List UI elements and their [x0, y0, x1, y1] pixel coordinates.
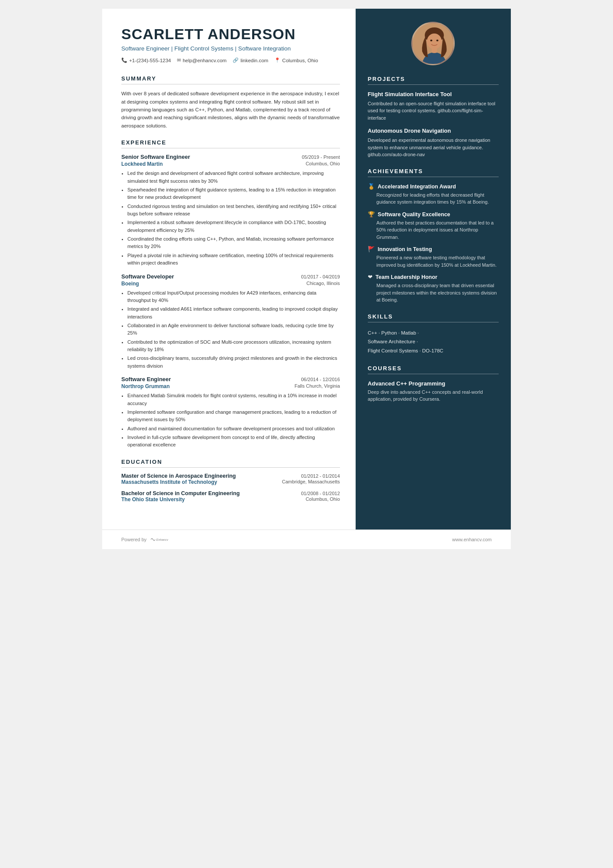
skills-line-1: C++ · Python · Matlab ·: [368, 330, 419, 335]
profile-photo: [411, 22, 455, 65]
skills-text: C++ · Python · Matlab · Software Archite…: [368, 328, 499, 355]
job-date-3: 06/2014 - 12/2016: [301, 377, 340, 382]
footer-logo: Powered by Enhancv: [121, 535, 175, 544]
bullet-1-6: Played a pivotal role in achieving softw…: [127, 252, 340, 267]
job-bullets-1: Led the design and development of advanc…: [121, 170, 340, 267]
bullet-1-5: Coordinated the coding efforts using C++…: [127, 235, 340, 251]
course-item-1: Advanced C++ Programming Deep dive into …: [368, 380, 499, 403]
skills-title: SKILLS: [368, 313, 499, 322]
achievement-desc-1: Recognized for leading efforts that decr…: [368, 191, 499, 206]
job-location-2: Chicago, Illinois: [306, 281, 340, 287]
skills-line-2: Software Architecture ·: [368, 339, 418, 344]
project-title-1: Flight Simulation Interface Tool: [368, 91, 499, 98]
link-icon: 🔗: [233, 57, 239, 63]
bullet-3-4: Involved in full-cycle software developm…: [127, 434, 340, 449]
job-title-2: Software Developer: [121, 273, 174, 280]
summary-section: SUMMARY With over 8 years of dedicated s…: [121, 75, 340, 130]
education-section: EDUCATION Master of Science in Aerospace…: [121, 459, 340, 503]
job-title: Software Engineer | Flight Control Syste…: [121, 45, 340, 53]
email-item: ✉ help@enhancv.com: [177, 57, 227, 63]
svg-text:Enhancv: Enhancv: [157, 538, 169, 541]
right-column: PROJECTS Flight Simulation Interface Too…: [356, 9, 511, 530]
location-item: 📍 Columbus, Ohio: [274, 57, 318, 63]
achievement-desc-4: Managed a cross-disciplinary team that d…: [368, 282, 499, 304]
phone-item: 📞 +1-(234)-555-1234: [121, 57, 171, 63]
powered-by-text: Powered by: [121, 537, 147, 542]
courses-section: COURSES Advanced C++ Programming Deep di…: [368, 365, 499, 403]
bullet-1-4: Implemented a robust software developmen…: [127, 219, 340, 234]
achievement-title-3: Innovation in Testing: [378, 246, 432, 252]
achievement-icon-1: 🏅: [368, 183, 375, 190]
phone-icon: 📞: [121, 57, 127, 63]
job-bullets-3: Enhanced Matlab Simulink models for flig…: [121, 392, 340, 449]
edu-location-2: Columbus, Ohio: [306, 496, 340, 503]
bullet-2-1: Developed critical Input/Output processi…: [127, 289, 340, 305]
location-icon: 📍: [274, 57, 280, 63]
photo-container: [368, 22, 499, 65]
achievement-3: 🚩 Innovation in Testing Pioneered a new …: [368, 246, 499, 268]
project-desc-2: Developed an experimental autonomous dro…: [368, 137, 499, 158]
bullet-2-3: Collaborated in an Agile environment to …: [127, 322, 340, 337]
summary-title: SUMMARY: [121, 75, 340, 84]
projects-section: PROJECTS Flight Simulation Interface Too…: [368, 76, 499, 158]
achievement-icon-4: ❤: [368, 274, 373, 281]
achievement-2: 🏆 Software Quality Excellence Authored t…: [368, 211, 499, 241]
full-name: SCARLETT ANDERSON: [121, 26, 340, 42]
edu-degree-2: Bachelor of Science in Computer Engineer…: [121, 490, 240, 496]
job-entry-1: Senior Software Engineer 05/2019 - Prese…: [121, 154, 340, 267]
svg-point-5: [436, 40, 439, 41]
bullet-2-2: Integrated and validated A661 interface …: [127, 305, 340, 321]
job-company-1: Lockheed Martin: [121, 161, 163, 167]
edu-school-1: Massachusetts Institute of Technology: [121, 479, 217, 485]
achievement-icon-3: 🚩: [368, 246, 375, 253]
achievement-title-2: Software Quality Excellence: [378, 211, 450, 218]
achievement-4: ❤ Team Leadership Honor Managed a cross-…: [368, 274, 499, 304]
summary-text: With over 8 years of dedicated software …: [121, 90, 340, 130]
education-title: EDUCATION: [121, 459, 340, 468]
achievement-title-4: Team Leadership Honor: [376, 274, 437, 280]
left-column: SCARLETT ANDERSON Software Engineer | Fl…: [102, 9, 356, 530]
job-location-1: Columbus, Ohio: [306, 161, 340, 167]
email-icon: ✉: [177, 57, 181, 63]
project-title-2: Autonomous Drone Navigation: [368, 127, 499, 135]
linkedin-item: 🔗 linkedin.com: [233, 57, 268, 63]
edu-date-1: 01/2012 - 01/2014: [301, 473, 340, 479]
svg-point-4: [430, 40, 433, 41]
bullet-2-4: Contributed to the optimization of SOC a…: [127, 338, 340, 354]
course-title-1: Advanced C++ Programming: [368, 380, 499, 387]
achievements-title: ACHIEVEMENTS: [368, 168, 499, 177]
achievement-desc-3: Pioneered a new software testing methodo…: [368, 254, 499, 268]
edu-school-2: The Ohio State University: [121, 496, 185, 503]
job-entry-3: Software Engineer 06/2014 - 12/2016 Nort…: [121, 376, 340, 449]
achievement-title-1: Accelerated Integration Award: [378, 184, 456, 190]
bullet-2-5: Led cross-disciplinary teams, successful…: [127, 355, 340, 370]
bullet-3-2: Implemented software configuration and c…: [127, 409, 340, 424]
footer: Powered by Enhancv www.enhancv.com: [102, 530, 511, 549]
phone-number: +1-(234)-555-1234: [129, 58, 171, 63]
edu-location-1: Cambridge, Massachusetts: [282, 479, 340, 485]
location-text: Columbus, Ohio: [282, 58, 318, 63]
project-item-1: Flight Simulation Interface Tool Contrib…: [368, 91, 499, 121]
job-location-3: Falls Church, Virginia: [294, 383, 340, 389]
name-header: SCARLETT ANDERSON Software Engineer | Fl…: [121, 26, 340, 63]
job-title-3: Software Engineer: [121, 376, 171, 382]
job-entry-2: Software Developer 01/2017 - 04/2019 Boe…: [121, 273, 340, 370]
project-desc-1: Contributed to an open-source flight sim…: [368, 100, 499, 122]
job-date-2: 01/2017 - 04/2019: [301, 274, 340, 279]
job-title-1: Senior Software Engineer: [121, 154, 190, 160]
edu-date-2: 01/2008 - 01/2012: [301, 491, 340, 496]
achievement-desc-2: Authored the best practices documentatio…: [368, 219, 499, 241]
skills-section: SKILLS C++ · Python · Matlab · Software …: [368, 313, 499, 355]
edu-degree-1: Master of Science in Aerospace Engineeri…: [121, 473, 236, 479]
bullet-3-1: Enhanced Matlab Simulink models for flig…: [127, 392, 340, 407]
edu-entry-2: Bachelor of Science in Computer Engineer…: [121, 490, 340, 503]
experience-section: EXPERIENCE Senior Software Engineer 05/2…: [121, 139, 340, 449]
email-address: help@enhancv.com: [183, 58, 227, 63]
course-desc-1: Deep dive into advanced C++ concepts and…: [368, 389, 499, 403]
bullet-1-1: Led the design and development of advanc…: [127, 170, 340, 185]
svg-point-3: [427, 34, 442, 49]
footer-website: www.enhancv.com: [452, 537, 492, 542]
skills-line-3: Flight Control Systems · DO-178C: [368, 348, 443, 353]
contact-line: 📞 +1-(234)-555-1234 ✉ help@enhancv.com 🔗…: [121, 57, 340, 63]
enhancv-logo-svg: Enhancv: [149, 535, 175, 544]
